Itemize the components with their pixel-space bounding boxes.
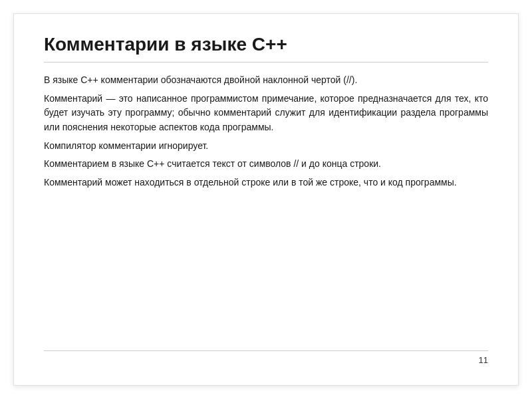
paragraph-5: Комментарий может находиться в отдельной… (44, 176, 488, 190)
paragraph-3: Компилятор комментарии игнорирует. (44, 139, 488, 154)
slide-title: Комментарии в языке С++ (44, 34, 488, 63)
paragraph-2: Комментарий — это написанное программист… (44, 92, 488, 135)
slide: Комментарии в языке С++ В языке С++ комм… (13, 13, 519, 386)
page-number: 11 (479, 355, 488, 365)
paragraph-1: В языке С++ комментарии обозначаются дво… (44, 73, 488, 88)
paragraph-4: Комментарием в языке С++ считается текст… (44, 157, 488, 172)
slide-footer: 11 (44, 350, 488, 365)
slide-content: В языке С++ комментарии обозначаются дво… (44, 73, 488, 345)
